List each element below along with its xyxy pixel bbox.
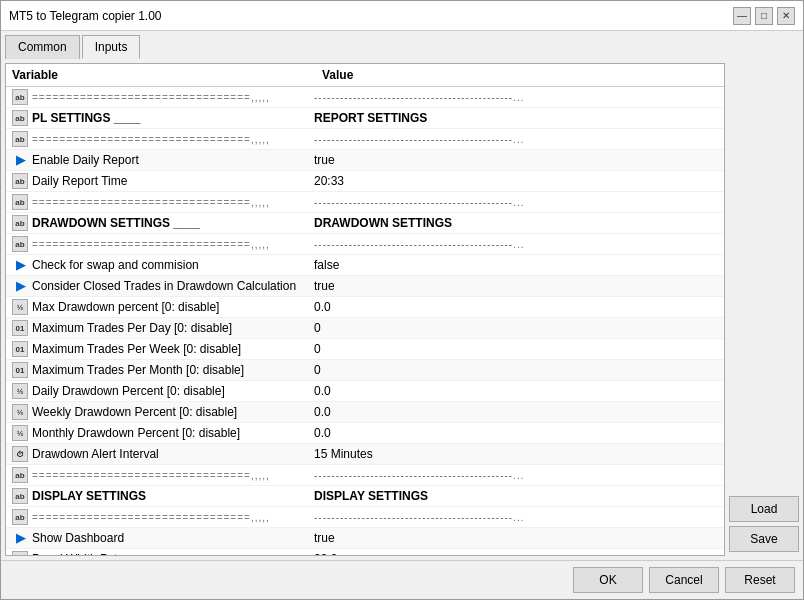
icon-arrow: ▶ xyxy=(12,278,28,294)
minimize-button[interactable]: — xyxy=(733,7,751,25)
table-row: ab DRAWDOWN SETTINGS ____ DRAWDOWN SETTI… xyxy=(6,213,724,234)
table-row[interactable]: ab Daily Report Time 20:33 xyxy=(6,171,724,192)
save-button[interactable]: Save xyxy=(729,526,799,552)
content-area: Variable Value ab ======================… xyxy=(1,59,803,560)
icon-percent: ½ xyxy=(12,551,28,556)
icon-percent: ½ xyxy=(12,425,28,441)
load-button[interactable]: Load xyxy=(729,496,799,522)
table-row[interactable]: ▶ Consider Closed Trades in Drawdown Cal… xyxy=(6,276,724,297)
icon-ab: ab xyxy=(12,173,28,189)
table-row: ab ================================,,,,,… xyxy=(6,129,724,150)
title-bar: MT5 to Telegram copier 1.00 — □ ✕ xyxy=(1,1,803,31)
icon-arrow: ▶ xyxy=(12,152,28,168)
icon-ab: ab xyxy=(12,236,28,252)
icon-arrow: ▶ xyxy=(12,257,28,273)
main-window: MT5 to Telegram copier 1.00 — □ ✕ Common… xyxy=(0,0,804,600)
table-header: Variable Value xyxy=(6,64,724,87)
table-row: ab DISPLAY SETTINGS DISPLAY SETTINGS xyxy=(6,486,724,507)
header-variable: Variable xyxy=(12,68,322,82)
close-button[interactable]: ✕ xyxy=(777,7,795,25)
maximize-button[interactable]: □ xyxy=(755,7,773,25)
icon-ab: ab xyxy=(12,215,28,231)
table-row[interactable]: 01 Maximum Trades Per Week [0: disable] … xyxy=(6,339,724,360)
icon-num: 01 xyxy=(12,362,28,378)
tab-common[interactable]: Common xyxy=(5,35,80,59)
table-row[interactable]: 01 Maximum Trades Per Day [0: disable] 0 xyxy=(6,318,724,339)
inputs-table: Variable Value ab ======================… xyxy=(5,63,725,556)
icon-ab: ab xyxy=(12,467,28,483)
table-row: ab ================================,,,,,… xyxy=(6,87,724,108)
table-row[interactable]: 01 Maximum Trades Per Month [0: disable]… xyxy=(6,360,724,381)
tab-inputs[interactable]: Inputs xyxy=(82,35,141,59)
window-title: MT5 to Telegram copier 1.00 xyxy=(9,9,162,23)
table-row: ab ================================,,,,,… xyxy=(6,507,724,528)
icon-ab: ab xyxy=(12,488,28,504)
icon-ab: ab xyxy=(12,110,28,126)
title-controls: — □ ✕ xyxy=(733,7,795,25)
icon-clock: ⏱ xyxy=(12,446,28,462)
table-row: ab ================================,,,,,… xyxy=(6,234,724,255)
table-row[interactable]: ½ Panel Width Pct 30.0 xyxy=(6,549,724,556)
table-row[interactable]: ½ Daily Drawdown Percent [0: disable] 0.… xyxy=(6,381,724,402)
side-panel: Load Save xyxy=(729,63,799,556)
icon-ab: ab xyxy=(12,89,28,105)
table-row[interactable]: ▶ Enable Daily Report true xyxy=(6,150,724,171)
icon-ab: ab xyxy=(12,509,28,525)
table-row[interactable]: ▶ Check for swap and commision false xyxy=(6,255,724,276)
reset-button[interactable]: Reset xyxy=(725,567,795,593)
header-value: Value xyxy=(322,68,718,82)
footer: OK Cancel Reset xyxy=(1,560,803,599)
icon-percent: ½ xyxy=(12,383,28,399)
table-row[interactable]: ½ Max Drawdown percent [0: disable] 0.0 xyxy=(6,297,724,318)
icon-ab: ab xyxy=(12,131,28,147)
ok-button[interactable]: OK xyxy=(573,567,643,593)
table-row[interactable]: ½ Monthly Drawdown Percent [0: disable] … xyxy=(6,423,724,444)
cancel-button[interactable]: Cancel xyxy=(649,567,719,593)
table-row: ab PL SETTINGS ____ REPORT SETTINGS xyxy=(6,108,724,129)
table-row[interactable]: ▶ Show Dashboard true xyxy=(6,528,724,549)
table-row[interactable]: ⏱ Drawdown Alert Interval 15 Minutes xyxy=(6,444,724,465)
icon-arrow: ▶ xyxy=(12,530,28,546)
table-row: ab ================================,,,,,… xyxy=(6,192,724,213)
icon-percent: ½ xyxy=(12,404,28,420)
icon-ab: ab xyxy=(12,194,28,210)
icon-num: 01 xyxy=(12,320,28,336)
table-row[interactable]: ½ Weekly Drawdown Percent [0: disable] 0… xyxy=(6,402,724,423)
icon-percent: ½ xyxy=(12,299,28,315)
icon-num: 01 xyxy=(12,341,28,357)
tab-bar: Common Inputs xyxy=(1,31,803,59)
table-row: ab ================================,,,,,… xyxy=(6,465,724,486)
